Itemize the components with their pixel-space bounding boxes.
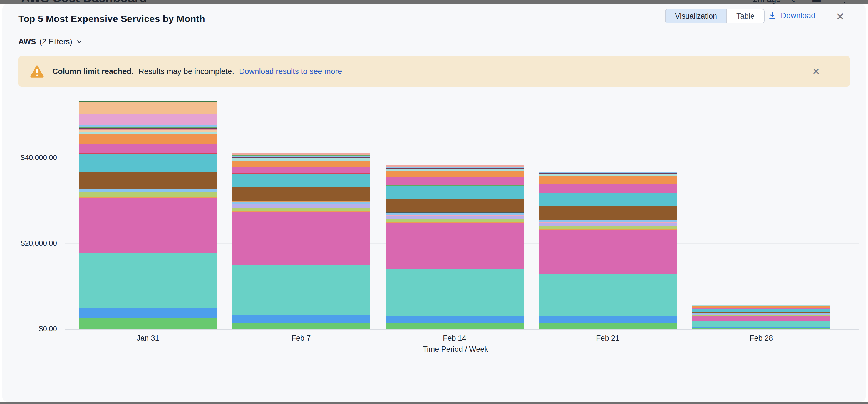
- x-axis-tick-label: Feb 14: [413, 334, 496, 343]
- bar-segment[interactable]: [539, 316, 677, 323]
- bar-feb-21[interactable]: [539, 172, 677, 329]
- bar-segment[interactable]: [79, 308, 217, 319]
- bar-segment[interactable]: [385, 213, 524, 215]
- bar-segment[interactable]: [385, 219, 524, 222]
- bar-jan-31[interactable]: [79, 101, 217, 329]
- y-axis-tick-label: $40,000.00: [0, 154, 57, 162]
- bar-segment[interactable]: [232, 161, 370, 167]
- bar-segment[interactable]: [539, 176, 677, 184]
- bar-segment[interactable]: [79, 134, 217, 144]
- bar-segment[interactable]: [385, 269, 524, 316]
- bar-segment[interactable]: [79, 154, 217, 172]
- bar-segment[interactable]: [692, 328, 830, 329]
- bar-feb-14[interactable]: [385, 165, 524, 329]
- bar-segment[interactable]: [539, 230, 677, 274]
- x-axis-tick-label: Jan 31: [106, 334, 190, 343]
- bar-segment[interactable]: [232, 174, 370, 187]
- bar-segment[interactable]: [79, 189, 217, 192]
- bar-segment[interactable]: [385, 177, 524, 184]
- bar-segment[interactable]: [539, 223, 677, 226]
- bar-segment[interactable]: [692, 322, 830, 327]
- bar-segment[interactable]: [232, 158, 370, 161]
- bar-segment[interactable]: [385, 316, 524, 323]
- y-axis-tick-label: $0.00: [0, 325, 57, 333]
- bar-segment[interactable]: [385, 323, 524, 329]
- bar-segment[interactable]: [232, 208, 370, 211]
- bar-segment[interactable]: [79, 192, 217, 196]
- bar-segment[interactable]: [232, 187, 370, 201]
- bar-segment[interactable]: [232, 204, 370, 208]
- bar-segment[interactable]: [385, 186, 524, 199]
- bar-feb-28[interactable]: [692, 305, 830, 329]
- bar-segment[interactable]: [692, 316, 830, 322]
- bar-segment[interactable]: [692, 309, 830, 312]
- x-axis-title: Time Period / Week: [65, 345, 846, 354]
- bar-segment[interactable]: [79, 172, 217, 189]
- bar-segment[interactable]: [539, 227, 677, 229]
- bar-segment[interactable]: [232, 212, 370, 265]
- bar-segment[interactable]: [232, 323, 370, 329]
- bar-segment[interactable]: [79, 318, 217, 329]
- bar-segment[interactable]: [232, 265, 370, 315]
- bar-segment[interactable]: [79, 144, 217, 153]
- x-axis-tick-label: Feb 28: [719, 334, 803, 343]
- bar-segment[interactable]: [539, 206, 677, 220]
- bar-segment[interactable]: [79, 198, 217, 253]
- bar-feb-7[interactable]: [232, 153, 370, 329]
- bar-segment[interactable]: [385, 171, 524, 177]
- bar-segment[interactable]: [79, 114, 217, 125]
- bar-segment[interactable]: [385, 216, 524, 219]
- bar-segment[interactable]: [385, 199, 524, 212]
- bar-segment[interactable]: [79, 252, 217, 308]
- bar-segment[interactable]: [539, 220, 677, 222]
- bar-segment[interactable]: [539, 193, 677, 206]
- bar-segment[interactable]: [79, 132, 217, 134]
- bar-segment[interactable]: [232, 315, 370, 323]
- stacked-bar-chart: $0.00$20,000.00$40,000.00Jan 31Feb 7Feb …: [0, 0, 868, 404]
- x-axis-tick-label: Feb 21: [566, 334, 649, 343]
- x-axis-tick-label: Feb 7: [259, 334, 343, 343]
- bar-segment[interactable]: [539, 323, 677, 329]
- bar-segment[interactable]: [79, 102, 217, 114]
- bar-segment[interactable]: [539, 184, 677, 193]
- bar-segment[interactable]: [232, 202, 370, 204]
- bar-segment[interactable]: [539, 274, 677, 316]
- bar-segment[interactable]: [232, 167, 370, 173]
- bar-segment[interactable]: [385, 223, 524, 269]
- y-axis-tick-label: $20,000.00: [0, 239, 57, 247]
